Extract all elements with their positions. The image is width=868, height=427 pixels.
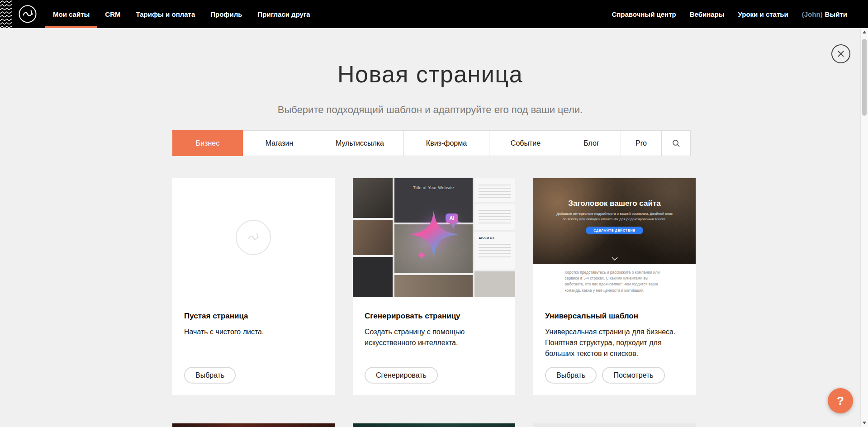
nav-item-label: Справочный центр <box>612 10 676 18</box>
tab-business[interactable]: Бизнес <box>172 130 243 156</box>
tab-search[interactable] <box>661 130 691 156</box>
nav-item-label: CRM <box>105 10 120 18</box>
tab-multilink[interactable]: Мультиссылка <box>316 130 404 156</box>
tab-quiz-form[interactable]: Квиз-форма <box>403 130 489 156</box>
card-buttons: Сгенерировать <box>365 367 438 384</box>
collage-tile <box>474 178 515 202</box>
tab-label: Pro <box>636 139 647 147</box>
ai-collage-thumbnail: Title of Your Website About us <box>353 178 515 297</box>
template-preview-thumbnail: Заголовок вашего сайта Добавьте интересн… <box>533 178 696 297</box>
template-hero-title: Заголовок вашего сайта <box>533 178 696 208</box>
logout-label: Выйти <box>825 10 847 18</box>
template-hero: Заголовок вашего сайта Добавьте интересн… <box>533 178 696 264</box>
card-title: Пустая страница <box>184 312 323 321</box>
template-hero-subtitle: Добавьте интересные подробности о вашей … <box>555 211 675 223</box>
tab-label: Магазин <box>266 139 294 147</box>
collage-tile <box>353 257 393 297</box>
nav-item-label: Профиль <box>210 10 242 18</box>
collage-tile <box>353 220 393 255</box>
top-navbar: Мои сайты CRM Тарифы и оплата Профиль Пр… <box>0 0 868 28</box>
zigzag-pattern <box>0 0 12 28</box>
ai-badge: AI <box>446 214 458 223</box>
collage-tile <box>394 275 473 297</box>
template-body-text: Коротко представьтесь и расскажите о ком… <box>565 270 664 294</box>
card-buttons: Выбрать <box>184 367 236 384</box>
nav-item-my-sites[interactable]: Мои сайты <box>45 0 97 28</box>
tab-label: Бизнес <box>196 139 220 147</box>
blank-page-thumbnail <box>172 178 335 297</box>
card-body: Пустая страница Начать с чистого листа. <box>172 297 335 337</box>
nav-item-label: Мои сайты <box>53 10 90 18</box>
user-name: (John) <box>802 10 823 18</box>
card-body: Сгенерировать страницу Создать страницу … <box>353 297 515 348</box>
card-description: Универсальная страница для бизнеса. Поня… <box>545 327 684 359</box>
card-title: Сгенерировать страницу <box>365 312 503 321</box>
nav-item-label: Уроки и статьи <box>738 10 788 18</box>
card-universal-template[interactable]: Заголовок вашего сайта Добавьте интересн… <box>533 178 696 395</box>
scrollbar[interactable] <box>860 28 868 427</box>
scrollbar-down-arrow[interactable] <box>863 422 866 424</box>
choose-button[interactable]: Выбрать <box>545 367 597 384</box>
card-title: Универсальный шаблон <box>545 312 684 321</box>
next-template-thumbnail <box>353 423 515 427</box>
ai-sparkle-icon <box>395 199 472 276</box>
card-blank-page[interactable]: Пустая страница Начать с чистого листа. … <box>172 178 335 395</box>
page-subtitle: Выберите подходящий шаблон и адаптируйте… <box>0 104 860 116</box>
nav-item-profile[interactable]: Профиль <box>203 0 250 28</box>
tilda-logo[interactable] <box>18 5 37 24</box>
tab-shop[interactable]: Магазин <box>242 130 316 156</box>
secondary-nav: Справочный центр Вебинары Уроки и статьи… <box>605 0 847 28</box>
tilda-watermark-icon <box>236 220 271 255</box>
next-template-thumbnail <box>172 423 335 427</box>
nav-item-label: Вебинары <box>690 10 725 18</box>
next-template-thumbnail <box>533 423 696 427</box>
collage-tile <box>474 204 515 230</box>
screen: Мои сайты CRM Тарифы и оплата Профиль Пр… <box>0 0 868 427</box>
template-category-tabs: Бизнес Магазин Мультиссылка Квиз-форма С… <box>172 130 691 156</box>
search-icon <box>672 139 681 148</box>
tab-label: Блог <box>583 139 599 147</box>
collage-about-label: About us <box>479 236 511 240</box>
tab-blog[interactable]: Блог <box>562 130 621 156</box>
next-template-row <box>172 423 696 427</box>
scrollbar-up-arrow[interactable] <box>863 31 866 33</box>
nav-item-logout[interactable]: (John) Выйти <box>795 10 847 18</box>
view-button[interactable]: Посмотреть <box>602 367 664 384</box>
page-title: Новая страница <box>0 61 860 88</box>
collage-tile: About us <box>474 232 515 270</box>
collage-tile <box>353 178 393 218</box>
card-ai-generate[interactable]: Title of Your Website About us <box>353 178 515 395</box>
card-description: Начать с чистого листа. <box>184 327 323 337</box>
active-tab-underline <box>45 26 97 28</box>
chevron-down-icon <box>612 257 618 261</box>
nav-item-invite-friend[interactable]: Пригласи друга <box>250 0 318 28</box>
tab-label: Квиз-форма <box>426 139 467 147</box>
nav-item-help-center[interactable]: Справочный центр <box>605 10 683 18</box>
generate-button[interactable]: Сгенерировать <box>365 367 438 384</box>
help-button[interactable]: ? <box>828 388 853 413</box>
card-body: Универсальный шаблон Универсальная стран… <box>533 297 696 359</box>
template-cards: Пустая страница Начать с чистого листа. … <box>172 178 696 395</box>
nav-item-lessons[interactable]: Уроки и статьи <box>731 10 795 18</box>
close-icon <box>837 50 844 57</box>
nav-item-label: Пригласи друга <box>257 10 310 18</box>
template-hero-button: СДЕЛАЙТЕ ДЕЙСТВИЕ <box>586 227 643 234</box>
tab-label: Событие <box>511 139 541 147</box>
nav-item-billing[interactable]: Тарифы и оплата <box>128 0 203 28</box>
nav-item-webinars[interactable]: Вебинары <box>683 10 731 18</box>
choose-button[interactable]: Выбрать <box>184 367 236 384</box>
main-nav: Мои сайты CRM Тарифы и оплата Профиль Пр… <box>45 0 318 28</box>
card-buttons: Выбрать Посмотреть <box>545 367 665 384</box>
card-description: Создать страницу с помощью искусственног… <box>365 327 503 348</box>
collage-tile <box>474 271 515 297</box>
nav-item-label: Тарифы и оплата <box>136 10 195 18</box>
collage-site-title: Title of Your Website <box>394 185 473 190</box>
tab-event[interactable]: Событие <box>489 130 562 156</box>
scrollbar-thumb[interactable] <box>862 39 867 116</box>
tab-pro[interactable]: Pro <box>621 130 662 156</box>
tab-label: Мультиссылка <box>336 139 384 147</box>
nav-item-crm[interactable]: CRM <box>97 0 128 28</box>
